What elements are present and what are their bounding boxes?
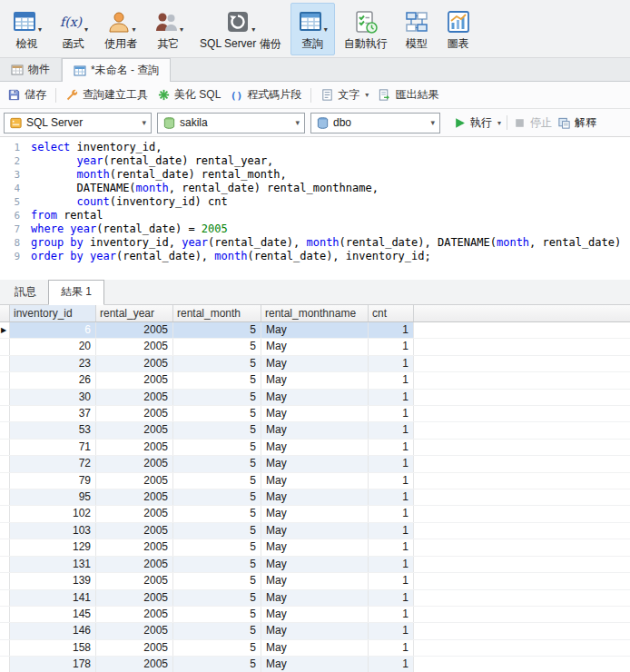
cell-inventory_id[interactable]: 53 — [10, 422, 96, 438]
cell-rental_monthname[interactable]: May — [261, 456, 369, 471]
run-button[interactable]: 執行 ▾ — [453, 115, 501, 131]
cell-rental_monthname[interactable]: May — [261, 557, 369, 572]
cell-inventory_id[interactable]: 6 — [10, 322, 96, 338]
cell-rental_year[interactable]: 2005 — [96, 322, 173, 338]
table-row[interactable]: 3020055May1 — [0, 390, 630, 406]
cell-cnt[interactable]: 1 — [369, 640, 414, 656]
beautify-sql-button[interactable]: 美化 SQL — [157, 87, 221, 103]
cell-cnt[interactable]: 1 — [369, 539, 414, 555]
cell-rental_monthname[interactable]: May — [261, 372, 369, 388]
code-snippet-button[interactable]: () 程式碼片段 — [230, 87, 301, 103]
toolbar-item-view[interactable]: ▾檢視 — [5, 3, 49, 55]
table-row[interactable]: 10220055May1 — [0, 506, 630, 522]
table-row[interactable]: 17820055May1 — [0, 657, 630, 672]
cell-rental_year[interactable]: 2005 — [96, 523, 173, 539]
cell-inventory_id[interactable]: 158 — [10, 640, 96, 656]
cell-rental_monthname[interactable]: May — [261, 339, 369, 354]
cell-rental_year[interactable]: 2005 — [96, 607, 173, 622]
cell-rental_month[interactable]: 5 — [173, 657, 261, 672]
cell-cnt[interactable]: 1 — [369, 406, 414, 421]
cell-rental_monthname[interactable]: May — [261, 390, 369, 405]
cell-rental_year[interactable]: 2005 — [96, 657, 173, 672]
cell-rental_month[interactable]: 5 — [173, 506, 261, 521]
cell-rental_monthname[interactable]: May — [261, 539, 369, 555]
cell-rental_month[interactable]: 5 — [173, 339, 261, 354]
cell-rental_month[interactable]: 5 — [173, 456, 261, 471]
cell-rental_monthname[interactable]: May — [261, 473, 369, 489]
connection-select[interactable]: SQL Server ▾ — [4, 113, 152, 133]
cell-cnt[interactable]: 1 — [369, 623, 414, 638]
column-header-cnt[interactable]: cnt — [369, 305, 414, 321]
table-row[interactable]: ▶620055May1 — [0, 322, 630, 339]
cell-inventory_id[interactable]: 23 — [10, 356, 96, 371]
sql-editor[interactable]: 1select inventory_id,2 year(rental_date)… — [0, 137, 630, 280]
table-row[interactable]: 14620055May1 — [0, 623, 630, 639]
cell-rental_month[interactable]: 5 — [173, 473, 261, 489]
save-button[interactable]: 儲存 — [7, 87, 46, 103]
schema-select[interactable]: dbo ▾ — [310, 113, 440, 133]
table-row[interactable]: 13120055May1 — [0, 557, 630, 573]
cell-rental_month[interactable]: 5 — [173, 372, 261, 388]
cell-cnt[interactable]: 1 — [369, 523, 414, 539]
toolbar-item-query[interactable]: ▾查詢 — [290, 3, 335, 55]
table-row[interactable]: 2020055May1 — [0, 339, 630, 355]
cell-inventory_id[interactable]: 178 — [10, 657, 96, 672]
cell-rental_month[interactable]: 5 — [173, 390, 261, 405]
table-row[interactable]: 12920055May1 — [0, 539, 630, 556]
cell-rental_year[interactable]: 2005 — [96, 489, 173, 505]
table-row[interactable]: 7120055May1 — [0, 440, 630, 456]
explain-button[interactable]: 解釋 — [557, 115, 596, 131]
cell-cnt[interactable]: 1 — [369, 473, 414, 489]
cell-rental_monthname[interactable]: May — [261, 623, 369, 638]
cell-rental_month[interactable]: 5 — [173, 489, 261, 505]
cell-rental_monthname[interactable]: May — [261, 590, 369, 606]
cell-rental_monthname[interactable]: May — [261, 406, 369, 421]
cell-cnt[interactable]: 1 — [369, 607, 414, 622]
table-row[interactable]: 3720055May1 — [0, 406, 630, 422]
cell-inventory_id[interactable]: 131 — [10, 557, 96, 572]
toolbar-item-model[interactable]: 模型 — [397, 3, 437, 55]
cell-rental_year[interactable]: 2005 — [96, 456, 173, 471]
toolbar-item-user[interactable]: ▾使用者 — [97, 3, 144, 55]
cell-rental_month[interactable]: 5 — [173, 523, 261, 539]
table-row[interactable]: 9520055May1 — [0, 489, 630, 506]
cell-rental_month[interactable]: 5 — [173, 557, 261, 572]
cell-rental_year[interactable]: 2005 — [96, 623, 173, 638]
export-result-button[interactable]: 匯出結果 — [378, 87, 438, 103]
cell-rental_monthname[interactable]: May — [261, 356, 369, 371]
cell-inventory_id[interactable]: 141 — [10, 590, 96, 606]
table-row[interactable]: 15820055May1 — [0, 640, 630, 657]
cell-inventory_id[interactable]: 145 — [10, 607, 96, 622]
cell-rental_month[interactable]: 5 — [173, 406, 261, 421]
cell-rental_month[interactable]: 5 — [173, 607, 261, 622]
toolbar-item-backup[interactable]: ▾SQL Server 備份 — [192, 3, 289, 55]
cell-cnt[interactable]: 1 — [369, 356, 414, 371]
cell-inventory_id[interactable]: 79 — [10, 473, 96, 489]
cell-rental_monthname[interactable]: May — [261, 422, 369, 438]
cell-cnt[interactable]: 1 — [369, 506, 414, 521]
cell-rental_month[interactable]: 5 — [173, 422, 261, 438]
cell-rental_year[interactable]: 2005 — [96, 557, 173, 572]
cell-inventory_id[interactable]: 30 — [10, 390, 96, 405]
cell-cnt[interactable]: 1 — [369, 657, 414, 672]
table-row[interactable]: 5320055May1 — [0, 422, 630, 439]
result-tab-messages[interactable]: 訊息 — [3, 281, 48, 304]
toolbar-item-automation[interactable]: 自動執行 — [337, 3, 395, 55]
cell-rental_monthname[interactable]: May — [261, 640, 369, 656]
cell-rental_month[interactable]: 5 — [173, 440, 261, 455]
cell-rental_year[interactable]: 2005 — [96, 590, 173, 606]
cell-cnt[interactable]: 1 — [369, 440, 414, 455]
column-header-rental_month[interactable]: rental_month — [173, 305, 261, 321]
cell-rental_year[interactable]: 2005 — [96, 356, 173, 371]
cell-rental_month[interactable]: 5 — [173, 356, 261, 371]
toolbar-item-other[interactable]: ▾其它 — [146, 3, 191, 55]
column-header-rental_monthname[interactable]: rental_monthname — [261, 305, 369, 321]
text-mode-button[interactable]: 文字 ▾ — [320, 87, 369, 103]
table-row[interactable]: 10320055May1 — [0, 523, 630, 539]
cell-rental_year[interactable]: 2005 — [96, 573, 173, 588]
toolbar-item-function[interactable]: f(x)▾函式 — [51, 3, 95, 55]
cell-rental_monthname[interactable]: May — [261, 322, 369, 338]
cell-rental_year[interactable]: 2005 — [96, 339, 173, 354]
cell-rental_month[interactable]: 5 — [173, 539, 261, 555]
cell-rental_year[interactable]: 2005 — [96, 422, 173, 438]
